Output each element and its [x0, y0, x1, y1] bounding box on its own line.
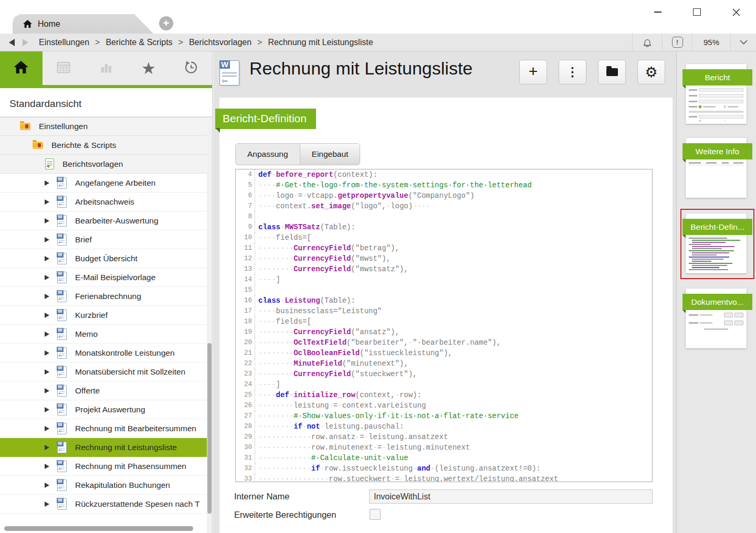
tree-item-rückzuerstattende-spesen-nach-t[interactable]: ⇐Rückzuerstattende Spesen nach T — [0, 495, 212, 514]
new-tab-button[interactable]: + — [159, 16, 173, 30]
expand-arrow-icon[interactable] — [45, 388, 49, 393]
zoom-level-control[interactable]: 95% — [692, 34, 730, 51]
expand-arrow-icon[interactable] — [45, 294, 49, 299]
expand-arrow-icon[interactable] — [45, 275, 49, 280]
expand-arrow-icon[interactable] — [45, 426, 49, 431]
code-line: 4def·before_report(context): — [236, 169, 652, 180]
folder-icon — [606, 68, 618, 76]
banner-fold — [215, 128, 220, 133]
code-line: 6····logo·=·vtcapp.getpropertyvalue("Com… — [236, 190, 652, 201]
expand-arrow-icon[interactable] — [45, 218, 49, 223]
tree-item-ferienabrechnung[interactable]: ⇐Ferienabrechnung — [0, 287, 212, 306]
expand-arrow-icon[interactable] — [45, 350, 49, 356]
close-button[interactable] — [717, 0, 756, 24]
expand-arrow-icon[interactable] — [45, 445, 49, 450]
back-arrow-icon[interactable] — [9, 39, 15, 46]
word-document-icon: ⇐ — [57, 253, 67, 264]
nav-tab-home[interactable] — [0, 51, 43, 85]
tree-item-arbeitsnachweis[interactable]: ⇐Arbeitsnachweis — [0, 193, 212, 211]
notifications-button[interactable] — [632, 34, 662, 51]
add-button[interactable]: + — [519, 60, 547, 84]
minimize-button[interactable] — [638, 0, 677, 24]
forward-arrow-icon[interactable] — [23, 39, 28, 46]
tree-item-angefangene-arbeiten[interactable]: ⇐Angefangene Arbeiten — [0, 174, 212, 193]
tree-item-monatsübersicht-mit-sollzeiten[interactable]: ⇐Monatsübersicht mit Sollzeiten — [0, 363, 212, 381]
expand-arrow-icon[interactable] — [45, 369, 49, 375]
internal-name-input[interactable] — [369, 489, 653, 504]
tree-item-rechnung-mit-bearbeitersummen[interactable]: ⇐Rechnung mit Bearbeitersummen — [0, 419, 212, 438]
nav-tab-bar-chart[interactable] — [85, 51, 128, 85]
tree-item-einstellungen[interactable]: Einstellungen — [0, 117, 212, 136]
tree-item-monatskontrolle-leistungen[interactable]: ⇐Monatskontrolle Leistungen — [0, 344, 212, 363]
tree-item-kurzbrief[interactable]: ⇐Kurzbrief — [0, 306, 212, 325]
tab-eingebaut[interactable]: Eingebaut — [300, 144, 360, 165]
code-line: 18····fields=[ — [236, 316, 652, 327]
thumbnail-preview-line — [699, 100, 743, 103]
breadcrumb-item-berichtsvorlagen[interactable]: Berichtsvorlagen — [189, 38, 251, 47]
thumbnail-banner-bericht-defin[interactable]: Bericht-Defin... — [682, 219, 752, 235]
thumbnail-banner-dokumentvo[interactable]: Dokumentvo... — [682, 294, 752, 310]
alerts-button[interactable]: ! — [662, 34, 692, 51]
tree-item-bearbeiter-auswertung[interactable]: ⇐Bearbeiter-Auswertung — [0, 211, 212, 230]
tree-horizontal-scrollbar-thumb[interactable] — [4, 526, 193, 531]
thumbnail-banner-bericht[interactable]: Bericht — [682, 69, 752, 86]
tab-anpassung[interactable]: Anpassung — [236, 144, 300, 165]
tree-item-projekt-auswertung[interactable]: ⇐Projekt Auswertung — [0, 400, 212, 419]
tree-item-rechnung-mit-phasensummen[interactable]: ⇐Rechnung mit Phasensummen — [0, 457, 212, 476]
tree-item-e-mail-beispielvorlage[interactable]: ⇐E-Mail Beispielvorlage — [0, 268, 212, 287]
tree-vertical-scrollbar[interactable] — [207, 122, 212, 533]
tree-item-rekapitulation-buchungen[interactable]: ⇐Rekapitulation Buchungen — [0, 476, 212, 495]
nav-tab-history[interactable] — [170, 51, 212, 85]
calendar-icon — [56, 60, 71, 77]
word-document-icon: ⇐ — [57, 461, 67, 472]
tree-vertical-scrollbar-thumb[interactable] — [207, 343, 212, 514]
line-number: 5 — [236, 180, 255, 190]
word-document-icon: ⇐ — [57, 177, 67, 189]
breadcrumb-item-einstellungen[interactable]: Einstellungen — [39, 38, 89, 47]
thumbnail-preview-line — [724, 321, 733, 325]
tree-item-budget-übersicht[interactable]: ⇐Budget Übersicht — [0, 249, 212, 268]
thumbnail-preview-line — [692, 259, 723, 260]
expand-arrow-icon[interactable] — [45, 313, 49, 318]
code-line: 9class·MWSTSatz(Table): — [236, 222, 652, 232]
expand-arrow-icon[interactable] — [45, 256, 49, 261]
thumbnail-preview-line — [692, 246, 734, 247]
tree-item-berichte-scripts[interactable]: Berichte & Scripts — [0, 136, 212, 155]
expand-arrow-icon[interactable] — [45, 332, 49, 337]
breadcrumb-item-rechnung-mit-leistungsliste[interactable]: Rechnung mit Leistungsliste — [268, 38, 373, 47]
folder-button[interactable] — [598, 60, 626, 84]
thumbnail-preview-line — [706, 162, 717, 164]
thumbnail-preview-line — [699, 94, 743, 98]
banner-fold — [682, 235, 686, 238]
word-document-icon: ⇐ — [57, 234, 67, 246]
nav-tab-calendar[interactable] — [43, 51, 85, 85]
tree-item-offerte[interactable]: ⇐Offerte — [0, 381, 212, 400]
more-button[interactable]: ⋮ — [559, 60, 586, 84]
expand-arrow-icon[interactable] — [45, 199, 49, 205]
extended-permissions-checkbox[interactable] — [370, 509, 381, 520]
expand-arrow-icon[interactable] — [45, 464, 49, 469]
tree-item-rechnung-mit-leistungsliste[interactable]: ⇐Rechnung mit Leistungsliste — [0, 438, 212, 457]
thumbnail-preview-line — [689, 95, 697, 97]
definition-tabs: AnpassungEingebaut — [235, 143, 360, 165]
settings-button[interactable]: ⚙ — [637, 60, 665, 84]
expand-arrow-icon[interactable] — [45, 407, 49, 412]
code-editor[interactable]: 4def·before_report(context):5····#·Get·t… — [235, 169, 653, 482]
thumbnail-preview-line — [723, 121, 726, 121]
expand-arrow-icon[interactable] — [45, 483, 49, 488]
nav-tab-star[interactable]: ★ — [127, 51, 170, 85]
maximize-button[interactable] — [677, 0, 717, 24]
tree-item-label: Rekapitulation Buchungen — [75, 481, 170, 490]
expand-arrow-icon[interactable] — [45, 502, 49, 507]
tree-item-brief[interactable]: ⇐Brief — [0, 230, 212, 249]
expand-arrow-icon[interactable] — [45, 237, 49, 242]
folder-shield-icon — [33, 142, 43, 149]
breadcrumb-item-berichte-scripts[interactable]: Berichte & Scripts — [106, 38, 172, 47]
expand-menu-button[interactable] — [730, 34, 756, 51]
home-icon — [14, 61, 28, 76]
tree-item-memo[interactable]: ⇐Memo — [0, 325, 212, 344]
expand-arrow-icon[interactable] — [45, 180, 49, 186]
thumbnail-banner-weitere-info[interactable]: Weitere Info — [682, 143, 752, 159]
tree-item-berichtsvorlagen[interactable]: Berichtsvorlagen — [0, 155, 212, 174]
tab-home[interactable]: Home — [13, 14, 153, 34]
